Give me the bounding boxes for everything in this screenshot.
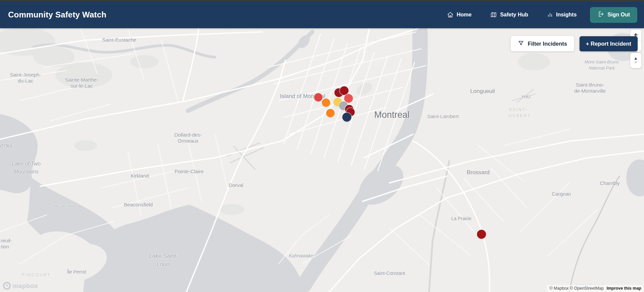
mapbox-logo[interactable]: mapbox xyxy=(3,282,38,290)
basemap-art xyxy=(0,28,644,292)
mapbox-logo-icon xyxy=(3,282,11,290)
attribution-mapbox-link[interactable]: © Mapbox xyxy=(549,286,568,291)
incident-marker[interactable] xyxy=(344,94,353,103)
map-canvas[interactable]: Saint-EustacheSaint-Joseph-du-LacSainte-… xyxy=(0,28,644,292)
attribution-improve-link[interactable]: Improve this map xyxy=(607,286,642,291)
nav-item-safety-hub[interactable]: Safety Hub xyxy=(490,11,528,18)
sign-out-label: Sign Out xyxy=(607,12,630,18)
incident-marker[interactable] xyxy=(477,230,486,239)
map-pitch-control[interactable]: ▲ ▼ xyxy=(630,53,641,68)
nav-item-insights[interactable]: Insights xyxy=(547,12,577,18)
map-attribution: © Mapbox © OpenStreetMap Improve this ma… xyxy=(547,285,644,292)
nav-item-label: Safety Hub xyxy=(500,12,528,18)
incident-marker[interactable] xyxy=(342,113,352,122)
sign-out-button[interactable]: Sign Out xyxy=(590,7,637,23)
nav-item-label: Insights xyxy=(556,12,577,18)
incident-marker[interactable] xyxy=(314,93,323,102)
top-navbar: Community Safety Watch Home Safety Hub I… xyxy=(0,1,644,28)
report-incident-label: + Report Incident xyxy=(586,41,631,47)
filter-incidents-label: Filter Incidents xyxy=(528,41,567,47)
sign-out-icon xyxy=(597,11,604,19)
filter-funnel-icon xyxy=(518,40,524,48)
home-icon xyxy=(447,11,454,18)
map-icon xyxy=(490,11,497,18)
incident-marker[interactable] xyxy=(340,86,349,95)
window-top-strip xyxy=(0,0,644,1)
nav-item-label: Home xyxy=(457,12,471,18)
nav-item-home[interactable]: Home xyxy=(447,11,471,18)
insights-icon xyxy=(547,12,553,18)
app-window: Community Safety Watch Home Safety Hub I… xyxy=(0,0,644,292)
mapbox-logo-text: mapbox xyxy=(12,282,38,290)
app-title: Community Safety Watch xyxy=(8,10,106,19)
nav-links: Home Safety Hub Insights Sign Out xyxy=(447,7,637,23)
report-incident-button[interactable]: + Report Incident xyxy=(580,36,638,51)
incident-marker[interactable] xyxy=(326,109,335,117)
pitch-down-icon: ▼ xyxy=(634,60,638,64)
attribution-osm-link[interactable]: © OpenStreetMap xyxy=(570,286,604,291)
incident-marker[interactable] xyxy=(322,99,330,107)
filter-incidents-button[interactable]: Filter Incidents xyxy=(511,36,574,51)
